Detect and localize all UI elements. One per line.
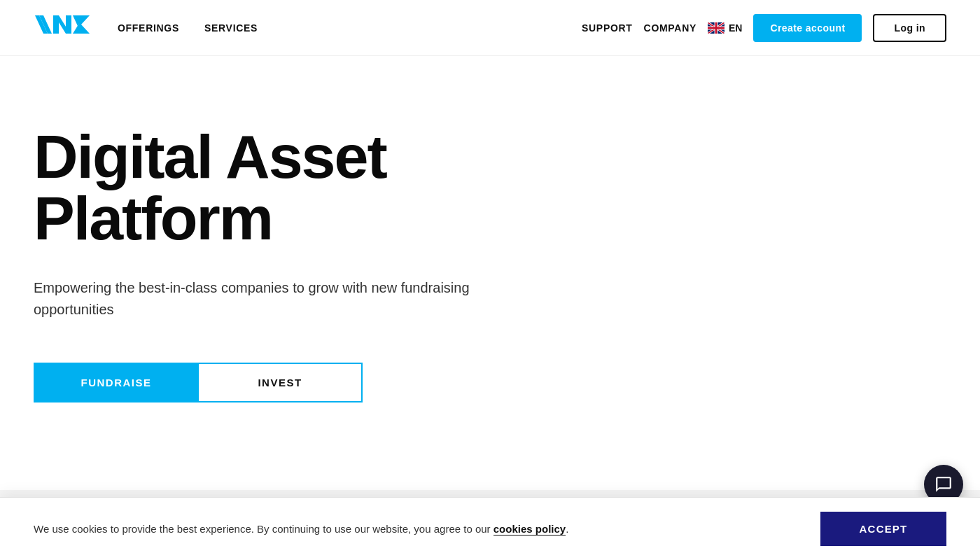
nav-item-services[interactable]: SERVICES [204,22,258,34]
language-code: EN [729,22,742,34]
cookie-banner: We use cookies to provide the best exper… [0,497,980,560]
nav-link-offerings[interactable]: OFFERINGS [118,22,179,34]
cookie-text-before: We use cookies to provide the best exper… [34,523,493,535]
navbar: OFFERINGS SERVICES SUPPORT COMPANY EN [0,0,980,56]
nav-link-services[interactable]: SERVICES [204,22,258,34]
flag-icon [708,22,724,34]
nav-left: OFFERINGS SERVICES [34,13,258,43]
nav-link-support[interactable]: SUPPORT [582,22,633,34]
logo-text [34,13,90,43]
cookie-policy-link[interactable]: cookies policy [493,523,566,536]
nav-main-links: OFFERINGS SERVICES [118,22,258,34]
accept-cookies-button[interactable]: ACCEPT [820,512,946,546]
hero-cta-buttons: FUNDRAISE INVEST [34,363,596,402]
chat-icon [934,475,953,493]
fundraise-button[interactable]: FUNDRAISE [34,363,199,402]
nav-item-offerings[interactable]: OFFERINGS [118,22,179,34]
cookie-text-after: . [566,523,568,535]
nav-right: SUPPORT COMPANY EN Create account Log in [582,14,946,42]
hero-title-line1: Digital Asset [34,122,386,191]
hero-subtitle: Empowering the best-in-class companies t… [34,277,475,321]
create-account-button[interactable]: Create account [753,14,862,42]
invest-button[interactable]: INVEST [197,363,363,402]
cookie-text: We use cookies to provide the best exper… [34,523,792,535]
login-button[interactable]: Log in [873,14,946,42]
hero-title-line2: Platform [34,183,272,253]
logo[interactable] [34,13,90,43]
language-selector[interactable]: EN [708,22,742,34]
hero-section: Digital Asset Platform Empowering the be… [0,56,630,444]
hero-title: Digital Asset Platform [34,126,596,249]
nav-link-company[interactable]: COMPANY [644,22,696,34]
